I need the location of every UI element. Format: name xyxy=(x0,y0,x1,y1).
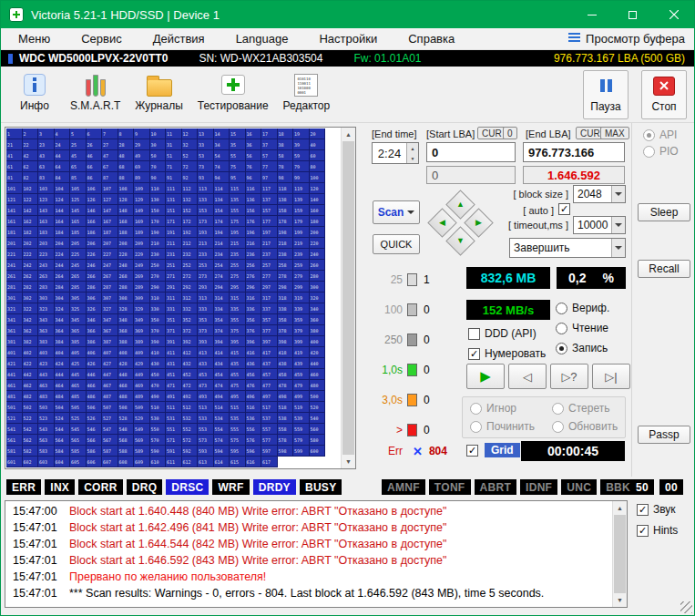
sound-checkbox-box[interactable] xyxy=(637,504,649,516)
menu-item-5[interactable]: Справка xyxy=(393,28,470,49)
scroll-down-icon[interactable]: ▼ xyxy=(342,455,355,468)
journals-button[interactable]: Журналы xyxy=(128,70,189,119)
numerate-checkbox[interactable]: Нумеровать xyxy=(468,347,546,360)
minimize-button[interactable] xyxy=(571,1,612,28)
menu-item-2[interactable]: Действия xyxy=(138,28,220,49)
verify-radio[interactable]: Вериф. xyxy=(556,302,609,314)
buffer-view-button[interactable]: Просмотр буфера xyxy=(568,32,685,46)
info-button[interactable]: Инфо xyxy=(6,70,63,119)
scroll-up-icon[interactable]: ▲ xyxy=(342,128,355,141)
repair-radio[interactable]: Починить xyxy=(470,420,535,433)
scan-map-scrollbar[interactable]: ▲ ▼ xyxy=(341,128,355,468)
scan-block: 264 xyxy=(55,271,71,282)
auto-checkbox[interactable] xyxy=(558,203,570,215)
scan-block: 540 xyxy=(310,413,326,424)
editor-button[interactable]: 010110 110011 101000 0001 Редактор xyxy=(276,70,338,119)
grid-checkbox[interactable] xyxy=(466,445,478,457)
scan-block: 186 xyxy=(87,227,103,238)
scan-block: 459 xyxy=(293,369,310,380)
sound-checkbox[interactable]: Звук xyxy=(637,503,676,516)
scan-block: 467 xyxy=(102,380,118,391)
spin-up-icon[interactable]: ▲ xyxy=(407,143,418,153)
scan-block: 106 xyxy=(87,183,103,194)
maximize-button[interactable] xyxy=(612,1,653,28)
scrollbar-thumb[interactable] xyxy=(342,141,354,455)
pio-radio-circle[interactable] xyxy=(643,146,655,158)
log-scroll-up-icon[interactable]: ▲ xyxy=(613,501,627,515)
scan-block: 70 xyxy=(150,161,167,172)
quick-button[interactable]: QUICK xyxy=(373,234,420,254)
spin-down-icon[interactable]: ▼ xyxy=(407,153,418,163)
skip-question-button[interactable]: ▷? xyxy=(550,364,588,389)
skip-end-button[interactable]: ▷| xyxy=(592,364,630,389)
erase-radio[interactable]: Стереть xyxy=(552,402,609,415)
error-label: Err xyxy=(375,445,403,457)
pio-radio[interactable]: PIO xyxy=(643,145,679,158)
api-radio-circle[interactable] xyxy=(643,129,655,141)
end-time-input[interactable]: 2:24 ▲ ▼ xyxy=(372,142,419,164)
log-scroll-down-icon[interactable]: ▼ xyxy=(613,593,627,607)
sleep-button[interactable]: Sleep xyxy=(638,203,690,221)
stop-button[interactable]: Стоп xyxy=(641,70,687,119)
close-button[interactable] xyxy=(653,1,694,28)
block-size-select[interactable]: 2048 xyxy=(573,185,626,203)
ignore-radio-circle[interactable] xyxy=(470,403,482,415)
start-button[interactable]: ▶ xyxy=(466,364,505,389)
scan-block: 366 xyxy=(87,325,103,336)
read-radio-circle[interactable] xyxy=(556,323,567,334)
erase-radio-circle[interactable] xyxy=(552,403,564,415)
write-radio-circle[interactable] xyxy=(556,343,567,354)
start-lba-cur-button[interactable]: CUR xyxy=(477,127,506,139)
scan-block: 161 xyxy=(6,216,23,227)
refresh-radio[interactable]: Обновить xyxy=(552,420,618,433)
write-radio[interactable]: Запись xyxy=(556,342,608,354)
numerate-box[interactable] xyxy=(468,348,480,360)
scan-block: 400 xyxy=(310,336,326,347)
finish-action-dropdown-icon[interactable] xyxy=(611,239,625,257)
down-arrow-icon: ▼ xyxy=(456,237,465,245)
end-time-spinner[interactable]: ▲ ▼ xyxy=(406,143,418,163)
smart-button[interactable]: S.M.A.R.T xyxy=(63,70,128,119)
hints-checkbox-box[interactable] xyxy=(637,525,649,537)
scan-block: 75 xyxy=(230,161,246,172)
passport-button[interactable]: Passp xyxy=(638,426,690,444)
log-scrollbar[interactable]: ▲ ▼ xyxy=(612,501,627,607)
refresh-radio-circle[interactable] xyxy=(552,421,564,433)
recall-button[interactable]: Recall xyxy=(638,260,690,278)
legend-row: 1000 xyxy=(375,303,430,317)
ddd-api-checkbox[interactable]: DDD (API) xyxy=(468,327,537,340)
scan-block: 35 xyxy=(230,139,246,150)
hints-checkbox[interactable]: Hints xyxy=(637,524,678,537)
start-lba-input[interactable]: 0 xyxy=(426,142,516,162)
menu-item-4[interactable]: Настройки xyxy=(303,28,393,49)
ddd-api-box[interactable] xyxy=(468,328,480,340)
read-radio[interactable]: Чтение xyxy=(556,322,608,334)
scan-block: 112 xyxy=(182,183,199,194)
scan-button[interactable]: Scan xyxy=(373,200,420,224)
testing-button[interactable]: Тестирование xyxy=(190,70,276,119)
log-scrollbar-thumb[interactable] xyxy=(614,515,626,593)
end-lba-input[interactable]: 976.773.166 xyxy=(523,142,625,162)
pause-button[interactable]: Пауза xyxy=(583,70,629,119)
timeout-dropdown-icon[interactable] xyxy=(611,217,625,233)
start-lba-zero-button[interactable]: 0 xyxy=(503,127,517,139)
end-lba-max-button[interactable]: MAX xyxy=(600,127,629,139)
scan-block: 313 xyxy=(198,293,214,303)
menu-item-0[interactable]: Меню xyxy=(3,28,66,49)
scan-block: 162 xyxy=(23,216,39,227)
repair-radio-circle[interactable] xyxy=(470,421,482,433)
menu-item-1[interactable]: Сервис xyxy=(66,28,138,49)
scan-block: 92 xyxy=(182,172,199,183)
verify-radio-circle[interactable] xyxy=(556,303,567,314)
menu-item-3[interactable]: Language xyxy=(220,28,304,49)
grid-checkbox-box[interactable] xyxy=(466,445,478,457)
scan-block: 145 xyxy=(70,205,87,216)
ignore-radio[interactable]: Игнор xyxy=(470,402,516,415)
api-radio[interactable]: API xyxy=(643,128,677,141)
resize-grip[interactable] xyxy=(680,601,692,613)
finish-action-select[interactable]: Завершить xyxy=(509,238,626,258)
step-back-button[interactable]: ◁ xyxy=(508,364,547,389)
block-size-dropdown-icon[interactable] xyxy=(611,186,625,202)
scan-block: 227 xyxy=(102,249,118,260)
timeout-select[interactable]: 10000 xyxy=(573,216,626,234)
